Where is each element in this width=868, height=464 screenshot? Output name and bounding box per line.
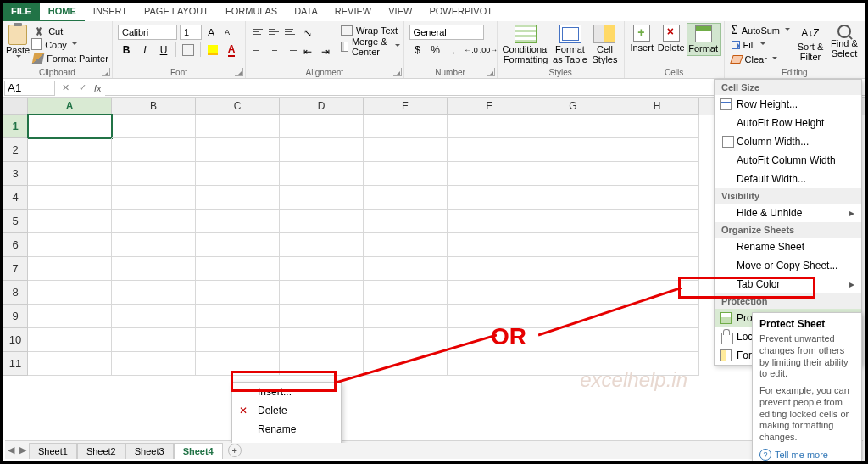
cell[interactable] [615, 162, 699, 186]
cell[interactable] [364, 210, 448, 233]
cell[interactable] [28, 328, 112, 352]
tell-me-more-link[interactable]: Tell me more [760, 449, 854, 461]
tab-pagelayout[interactable]: PAGE LAYOUT [136, 3, 217, 21]
cell[interactable] [112, 186, 196, 210]
font-color-button[interactable]: A [223, 42, 240, 59]
italic-button[interactable]: I [136, 42, 153, 59]
cell[interactable] [112, 305, 196, 328]
cell[interactable] [531, 305, 615, 328]
cell[interactable] [112, 328, 196, 352]
tab-powerpivot[interactable]: POWERPIVOT [420, 3, 501, 21]
tab-review[interactable]: REVIEW [326, 3, 380, 21]
cell[interactable] [615, 210, 699, 233]
row-header[interactable]: 9 [3, 305, 28, 328]
cell[interactable] [28, 352, 112, 376]
fx-icon[interactable]: fx [94, 83, 102, 93]
cell[interactable] [448, 305, 531, 328]
ctx-insert[interactable]: Insert... [232, 383, 341, 401]
cell[interactable] [28, 186, 112, 210]
cell[interactable] [364, 352, 448, 376]
conditional-formatting-button[interactable]: Conditional Formatting [501, 23, 551, 64]
cell[interactable] [280, 257, 364, 281]
cell[interactable] [280, 352, 364, 376]
cut-button[interactable]: Cut [33, 25, 108, 38]
row-header[interactable]: 1 [3, 115, 28, 138]
cell[interactable] [196, 138, 280, 162]
cell[interactable] [448, 115, 531, 138]
cell[interactable] [448, 233, 531, 257]
decrease-decimal-button[interactable]: .00→ [481, 42, 498, 59]
cell[interactable] [280, 115, 364, 138]
fmtmenu-column-width[interactable]: Column Width... [715, 132, 861, 151]
row-header[interactable]: 7 [3, 257, 28, 281]
row-header[interactable]: 2 [3, 138, 28, 162]
cell[interactable] [112, 233, 196, 257]
cell[interactable] [28, 257, 112, 281]
align-center-button[interactable] [267, 43, 282, 57]
increase-decimal-button[interactable]: ←.0 [463, 42, 480, 59]
cell[interactable] [448, 186, 531, 210]
cell[interactable] [28, 233, 112, 257]
cell[interactable] [364, 233, 448, 257]
add-sheet-button[interactable]: + [228, 444, 242, 457]
font-name-select[interactable] [118, 25, 177, 40]
cell[interactable] [531, 281, 615, 305]
cell[interactable] [28, 281, 112, 305]
cell[interactable] [531, 210, 615, 233]
merge-center-button[interactable]: Merge & Center [341, 39, 400, 53]
cell[interactable] [364, 328, 448, 352]
cell[interactable] [531, 233, 615, 257]
bold-button[interactable]: B [118, 42, 135, 59]
sheet-nav-next[interactable]: ▶ [17, 444, 29, 456]
increase-indent-button[interactable]: ⇥ [317, 43, 334, 60]
cell[interactable] [28, 210, 112, 233]
cell[interactable] [112, 162, 196, 186]
cell[interactable] [448, 281, 531, 305]
copy-button[interactable]: Copy [33, 38, 108, 52]
cell[interactable] [196, 210, 280, 233]
tab-home[interactable]: HOME [40, 3, 85, 21]
align-top-button[interactable] [251, 25, 266, 38]
sheet-nav-prev[interactable]: ◀ [5, 444, 17, 456]
cell[interactable] [112, 210, 196, 233]
cell[interactable] [531, 138, 615, 162]
cell[interactable] [364, 257, 448, 281]
percent-button[interactable]: % [427, 42, 444, 59]
cell[interactable] [280, 162, 364, 186]
row-header[interactable]: 8 [3, 281, 28, 305]
font-launcher[interactable] [235, 68, 243, 76]
cell[interactable] [112, 257, 196, 281]
underline-button[interactable]: U [155, 42, 172, 59]
cell[interactable] [112, 281, 196, 305]
cell[interactable] [615, 115, 699, 138]
col-header-c[interactable]: C [196, 98, 280, 115]
decrease-font-button[interactable]: A [220, 25, 234, 40]
format-cells-button[interactable]: Format [687, 23, 721, 56]
fmtmenu-default-width[interactable]: Default Width... [715, 170, 861, 188]
cell[interactable] [280, 305, 364, 328]
fmtmenu-row-height[interactable]: Row Height... [715, 95, 861, 114]
cell[interactable] [196, 352, 280, 376]
cell[interactable] [196, 328, 280, 352]
col-header-h[interactable]: H [615, 98, 699, 115]
alignment-launcher[interactable] [393, 68, 402, 76]
cell[interactable] [112, 115, 196, 138]
clipboard-launcher[interactable] [102, 68, 110, 76]
cell[interactable] [615, 233, 699, 257]
cell[interactable] [531, 352, 615, 376]
cell[interactable] [196, 115, 280, 138]
number-launcher[interactable] [487, 68, 495, 76]
cell[interactable] [615, 186, 699, 210]
insert-cells-button[interactable]: Insert [628, 23, 656, 54]
cell[interactable] [615, 257, 699, 281]
cell[interactable] [364, 305, 448, 328]
border-button[interactable] [182, 44, 194, 56]
select-all-corner[interactable] [3, 98, 28, 115]
cell[interactable] [448, 138, 531, 162]
cell[interactable] [448, 210, 531, 233]
comma-button[interactable]: , [445, 42, 462, 59]
cell[interactable] [531, 115, 615, 138]
cell[interactable] [615, 138, 699, 162]
fmtmenu-hide-unhide[interactable]: Hide & Unhide▸ [715, 204, 861, 222]
format-painter-button[interactable]: Format Painter [33, 52, 108, 65]
